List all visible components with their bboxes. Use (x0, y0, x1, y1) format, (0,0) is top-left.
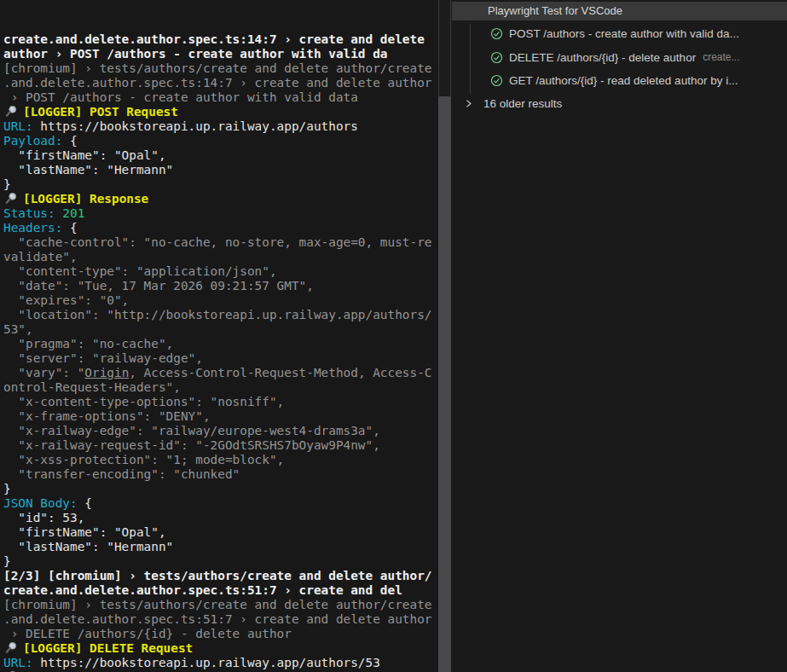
terminal-text: Origin (84, 366, 129, 379)
terminal-line: Status: 201 (3, 206, 438, 221)
terminal-text: 201 (55, 206, 85, 220)
terminal-line: .and.delete.author.spec.ts:14:7 › create… (3, 76, 438, 90)
terminal-text: "location": "http://bookstoreapi.up.rail… (3, 308, 432, 322)
test-result-row[interactable]: DELETE /authors/{id} - delete authorcrea… (451, 46, 787, 70)
terminal-line: "x-frame-options": "DENY", (3, 409, 438, 424)
terminal-text: "x-railway-request-id": "-2GOdtSRSHS7bOy… (3, 438, 380, 452)
chevron-right-icon (463, 98, 474, 109)
terminal-text: Status: (3, 206, 55, 220)
terminal-scrollbar[interactable] (438, 0, 451, 672)
terminal-text: https://bookstoreapi.up.railway.app/auth… (33, 119, 358, 133)
terminal-text: "vary": " (3, 366, 84, 379)
scrollbar-track (438, 0, 451, 97)
terminal-text: } (3, 177, 11, 191)
terminal-text: "x-frame-options": "DENY", (3, 409, 211, 423)
test-result-label: GET /authors/{id} - read deleted author … (509, 74, 738, 87)
terminal-text: "transfer-encoding": "chunked" (3, 467, 240, 481)
terminal-line: create.and.delete.author.spec.ts:51:7 › … (3, 583, 438, 598)
test-result-label: DELETE /authors/{id} - delete author (509, 51, 696, 64)
test-result-label: POST /authors - create author with valid… (509, 27, 739, 40)
terminal-line: "vary": "Origin, Access-Control-Request-… (3, 366, 438, 380)
terminal-text: URL: (3, 119, 33, 133)
terminal-text: { (62, 134, 77, 148)
test-passed-icon (490, 74, 503, 87)
terminal-line: "id": 53, (3, 511, 438, 525)
terminal-text: "date": "Tue, 17 Mar 2026 09:21:57 GMT", (3, 279, 314, 293)
magnifier-icon (5, 641, 17, 654)
terminal-text: [LOGGER] DELETE Request (23, 641, 193, 655)
terminal-line: [chromium] › tests/authors/create and de… (3, 598, 438, 612)
terminal-line: "content-type": "application/json", (3, 264, 438, 279)
terminal-line: [LOGGER] POST Request (3, 105, 438, 119)
terminal-line: "x-railway-request-id": "-2GOdtSRSHS7bOy… (3, 438, 438, 453)
terminal-line: "firstName": "Opal", (3, 525, 438, 540)
terminal-text: "cache-control": "no-cache, no-store, ma… (3, 235, 432, 249)
terminal-text: "content-type": "application/json", (3, 264, 277, 278)
test-results-list: POST /authors - create author with valid… (451, 22, 787, 93)
terminal-text: author › POST /authors - create author w… (3, 47, 388, 61)
terminal-text: validate", (3, 250, 78, 264)
terminal-line: } (3, 177, 438, 192)
terminal-line: "transfer-encoding": "chunked" (3, 467, 438, 482)
terminal-text: › DELETE /authors/{id} - delete author (3, 627, 292, 640)
panel-title: Playwright Test for VSCode (452, 2, 787, 20)
terminal-line: "x-railway-edge": "railway/europe-west4-… (3, 424, 438, 438)
test-passed-icon (490, 27, 503, 40)
terminal-text: "lastName": "Hermann" (3, 540, 173, 553)
terminal-text: 53", (3, 322, 33, 336)
magnifier-icon (5, 192, 17, 205)
terminal-text: [chromium] › tests/authors/create and de… (3, 61, 432, 75)
test-result-description: create... (703, 51, 739, 63)
terminal-text: "server": "railway-edge", (3, 351, 203, 365)
terminal-text: "firstName": "Opal", (3, 148, 166, 162)
terminal-line: "x-xss-protection": "1; mode=block", (3, 453, 438, 467)
terminal-line: "firstName": "Opal", (3, 148, 438, 163)
terminal-text: "x-railway-edge": "railway/europe-west4-… (3, 424, 380, 437)
terminal-text: https://bookstoreapi.up.railway.app/auth… (33, 656, 380, 669)
terminal-text: [chromium] › tests/authors/create and de… (3, 598, 432, 611)
terminal-text: create.and.delete.author.spec.ts:51:7 › … (3, 583, 402, 597)
terminal-text: "firstName": "Opal", (3, 525, 166, 539)
terminal-line: Headers: { (3, 221, 438, 235)
magnifier-icon (5, 105, 17, 118)
terminal-line: validate", (3, 250, 438, 264)
terminal-text: { (78, 496, 92, 510)
terminal-line: [LOGGER] DELETE Request (3, 641, 438, 656)
terminal-line: "lastName": "Hermann" (3, 540, 438, 554)
terminal-text: , Access-Control-Request-Method, Access-… (129, 366, 431, 379)
terminal-line: 53", (3, 322, 438, 337)
terminal-line: "expires": "0", (3, 293, 438, 308)
terminal-line: create.and.delete.author.spec.ts:14:7 › … (3, 32, 438, 47)
terminal-text: "lastName": "Hermann" (3, 163, 173, 177)
terminal-text: "id": 53, (3, 511, 84, 524)
terminal-text: URL: (3, 656, 33, 669)
terminal-line: "pragma": "no-cache", (3, 337, 438, 351)
terminal-line: JSON Body: { (3, 496, 438, 511)
terminal-text: ontrol-Request-Headers", (3, 380, 181, 394)
terminal-text: [LOGGER] POST Request (23, 105, 178, 119)
older-results-label: 16 older results (483, 97, 562, 110)
terminal-text: "x-xss-protection": "1; mode=block", (3, 453, 284, 466)
terminal-line: .and.delete.author.spec.ts:51:7 › create… (3, 612, 438, 627)
terminal-text: Headers: (3, 221, 62, 235)
terminal-line: author › POST /authors - create author w… (3, 47, 438, 61)
terminal-line: URL: https://bookstoreapi.up.railway.app… (3, 119, 438, 134)
terminal-line: Payload: { (3, 134, 438, 148)
terminal-text: › POST /authors - create author with val… (3, 90, 358, 104)
terminal-text: } (3, 554, 11, 568)
terminal-line: } (3, 482, 438, 496)
terminal-text: [2/3] [chromium] › tests/authors/create … (3, 569, 432, 582)
terminal-text: JSON Body: (3, 496, 78, 510)
scrollbar-thumb[interactable] (438, 96, 451, 672)
terminal-line: › DELETE /authors/{id} - delete author (3, 627, 438, 641)
terminal-text: "pragma": "no-cache", (3, 337, 173, 350)
terminal-text: [LOGGER] Response (23, 192, 148, 206)
terminal-text: create.and.delete.author.spec.ts:14:7 › … (3, 32, 425, 46)
terminal-line: [chromium] › tests/authors/create and de… (3, 61, 438, 76)
terminal-output[interactable]: create.and.delete.author.spec.ts:14:7 › … (0, 0, 438, 672)
terminal-line: "x-content-type-options": "nosniff", (3, 395, 438, 409)
test-result-row[interactable]: GET /authors/{id} - read deleted author … (451, 69, 787, 93)
terminal-line: [2/3] [chromium] › tests/authors/create … (3, 569, 438, 583)
older-results-row[interactable]: 16 older results (451, 93, 787, 114)
test-result-row[interactable]: POST /authors - create author with valid… (451, 22, 787, 46)
